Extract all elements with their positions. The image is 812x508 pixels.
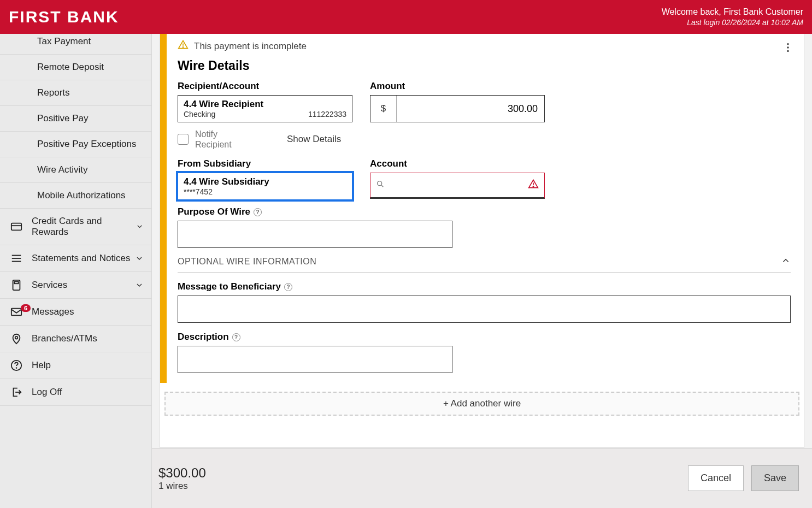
credit-card-icon (9, 221, 24, 233)
chevron-down-icon (136, 222, 144, 231)
sidebar-item-label: Help (32, 360, 51, 371)
svg-point-19 (533, 186, 533, 187)
amount-field[interactable]: $ (370, 95, 545, 122)
help-icon (9, 359, 24, 371)
recipient-acct-number: 111222333 (308, 110, 346, 119)
svg-point-13 (787, 50, 789, 52)
from-subsidiary-label: From Subsidiary (178, 158, 352, 169)
notify-recipient-label: Notify Recipient (195, 129, 242, 150)
sidebar-item-branches[interactable]: Branches/ATMs (0, 326, 151, 352)
messages-badge: 6 (21, 304, 31, 312)
sidebar-item-label: Credit Cards and Rewards (32, 216, 136, 238)
sidebar: Tax Payment Remote Deposit Reports Posit… (0, 34, 152, 508)
warning-triangle-icon (178, 39, 189, 53)
recipient-account-label: Recipient/Account (178, 81, 352, 92)
svg-point-12 (787, 46, 789, 48)
currency-prefix: $ (370, 96, 397, 122)
sidebar-item-credit-cards[interactable]: Credit Cards and Rewards (0, 209, 151, 245)
account-selector[interactable] (370, 173, 545, 199)
chevron-up-icon (781, 256, 791, 268)
message-to-beneficiary-label: Message to Beneficiary ? (178, 281, 791, 292)
sidebar-item-positive-pay[interactable]: Positive Pay (0, 106, 151, 132)
msg-benef-label-text: Message to Beneficiary (178, 281, 281, 292)
sidebar-item-label: Statements and Notices (32, 253, 130, 264)
purpose-label-text: Purpose Of Wire (178, 206, 250, 217)
account-label: Account (370, 158, 545, 169)
add-another-wire-button[interactable]: + Add another wire (164, 392, 799, 416)
sidebar-item-label: Mobile Authorizations (37, 190, 126, 201)
chevron-down-icon (135, 281, 144, 290)
location-pin-icon (9, 333, 24, 345)
svg-point-8 (15, 336, 18, 339)
recipient-name: 4.4 Wire Recipient (184, 99, 346, 110)
amount-label: Amount (370, 81, 545, 92)
logout-icon (9, 386, 24, 398)
welcome-text: Welcome back, First Bank Customer (662, 7, 803, 18)
notify-recipient-checkbox[interactable] (178, 134, 189, 145)
show-details-link[interactable]: Show Details (287, 134, 341, 145)
sidebar-item-positive-pay-exceptions[interactable]: Positive Pay Exceptions (0, 132, 151, 157)
recipient-account-selector[interactable]: 4.4 Wire Recipient Checking 111222333 (178, 95, 352, 122)
incomplete-warning-text: This payment is incomplete (194, 41, 307, 52)
description-input[interactable] (178, 346, 452, 373)
sidebar-item-tax-payment[interactable]: Tax Payment (0, 34, 151, 55)
sidebar-item-label: Tax Payment (37, 36, 91, 47)
from-subsidiary-selector[interactable]: 4.4 Wire Subsidiary ****7452 (178, 173, 352, 200)
save-button[interactable]: Save (751, 465, 799, 491)
amount-input[interactable] (397, 96, 544, 122)
description-label-text: Description (178, 332, 229, 342)
top-header: FIRST BANK Welcome back, First Bank Cust… (0, 0, 812, 34)
sidebar-item-messages[interactable]: 6 Messages (0, 299, 151, 326)
optional-header-text: OPTIONAL WIRE INFORMATION (178, 257, 316, 267)
help-tooltip-icon[interactable]: ? (232, 333, 240, 341)
svg-point-11 (787, 43, 789, 45)
svg-line-17 (381, 185, 383, 187)
sidebar-item-mobile-authorizations[interactable]: Mobile Authorizations (0, 183, 151, 209)
add-another-wire-label: + Add another wire (443, 398, 521, 409)
svg-point-16 (378, 181, 382, 186)
sidebar-item-logoff[interactable]: Log Off (0, 379, 151, 406)
last-login-text: Last login 02/26/2024 at 10:02 AM (662, 17, 803, 27)
footer-bar: $300.00 1 wires Cancel Save (152, 448, 812, 508)
svg-rect-6 (14, 282, 18, 284)
recipient-acct-type: Checking (184, 110, 215, 119)
svg-point-15 (183, 47, 183, 48)
sidebar-item-remote-deposit[interactable]: Remote Deposit (0, 55, 151, 80)
list-icon (9, 252, 24, 264)
sidebar-item-label: Remote Deposit (37, 62, 104, 73)
optional-wire-info-header[interactable]: OPTIONAL WIRE INFORMATION (178, 256, 791, 273)
sidebar-item-label: Positive Pay (37, 113, 89, 124)
svg-rect-7 (11, 309, 21, 316)
search-icon (376, 180, 385, 191)
sidebar-item-wire-activity[interactable]: Wire Activity (0, 157, 151, 183)
from-subsidiary-name: 4.4 Wire Subsidiary (184, 176, 346, 187)
sidebar-item-label: Log Off (32, 387, 62, 398)
svg-point-10 (16, 368, 17, 368)
message-to-beneficiary-input[interactable] (178, 296, 791, 323)
sidebar-item-statements[interactable]: Statements and Notices (0, 245, 151, 272)
svg-rect-0 (11, 223, 21, 231)
wire-card: This payment is incomplete Wire Details … (160, 34, 804, 383)
purpose-of-wire-input[interactable] (178, 221, 452, 248)
footer-total: $300.00 (158, 465, 206, 481)
sidebar-item-services[interactable]: Services (0, 272, 151, 299)
purpose-of-wire-label: Purpose Of Wire ? (178, 206, 791, 217)
welcome-block: Welcome back, First Bank Customer Last l… (662, 7, 803, 28)
cancel-button[interactable]: Cancel (688, 465, 744, 491)
chevron-down-icon (135, 254, 144, 263)
description-label: Description ? (178, 332, 791, 342)
help-tooltip-icon[interactable]: ? (284, 283, 292, 291)
calculator-icon (9, 279, 24, 291)
help-tooltip-icon[interactable]: ? (254, 208, 262, 216)
incomplete-warning: This payment is incomplete (178, 39, 791, 53)
sidebar-item-reports[interactable]: Reports (0, 80, 151, 106)
logo: FIRST BANK (9, 8, 119, 26)
footer-wire-count: 1 wires (158, 481, 206, 492)
sidebar-item-label: Services (32, 280, 67, 291)
sidebar-item-help[interactable]: Help (0, 352, 151, 379)
from-subsidiary-masked: ****7452 (184, 187, 213, 196)
sidebar-item-label: Branches/ATMs (32, 333, 97, 344)
content-scroll: This payment is incomplete Wire Details … (160, 34, 804, 448)
sidebar-item-label: Wire Activity (37, 164, 88, 175)
kebab-menu-button[interactable] (782, 42, 794, 56)
